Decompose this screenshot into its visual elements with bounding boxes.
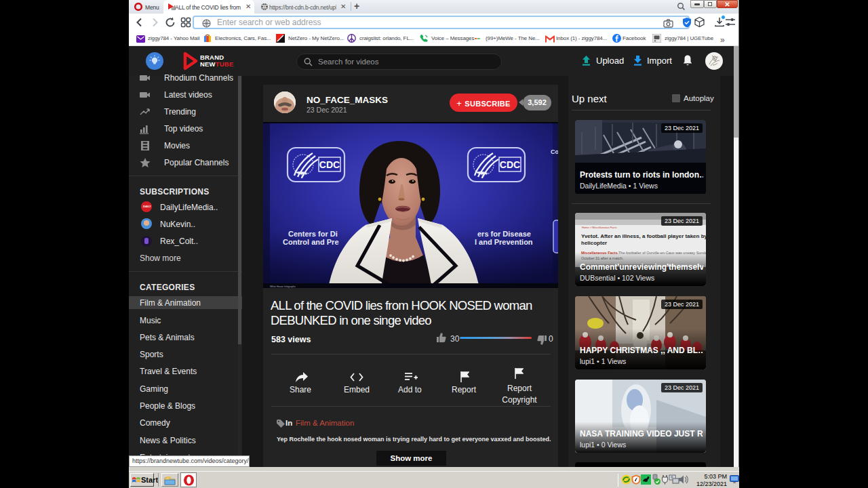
svg-text:Centers for Di: Centers for Di — [288, 230, 338, 238]
svg-text:Yvetot. After an illness, a fo: Yvetot. After an illness, a football pla… — [581, 233, 706, 239]
svg-text:ers for Disease: ers for Disease — [477, 230, 531, 238]
svg-text:helicopter: helicopter — [581, 240, 607, 246]
svg-text:Co: Co — [551, 148, 558, 155]
svg-text:l and Prevention: l and Prevention — [475, 238, 533, 246]
svg-text:CDC: CDC — [500, 159, 520, 170]
svg-text:Home > Miscellaneous Facts: Home > Miscellaneous Facts — [582, 226, 616, 229]
svg-text:White House Infographic: White House Infographic — [270, 285, 296, 288]
svg-text:Control and Pre: Control and Pre — [283, 238, 339, 246]
svg-text:CDC: CDC — [319, 159, 340, 170]
